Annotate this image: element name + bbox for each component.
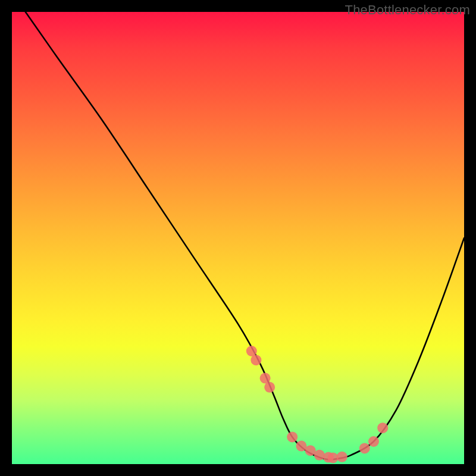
- marker-point: [368, 436, 379, 447]
- gradient-plot-area: [12, 12, 464, 464]
- chart-svg: [12, 12, 464, 464]
- watermark-text: TheBottlenecker.com: [345, 2, 470, 18]
- marker-point: [314, 450, 325, 461]
- marker-point: [264, 382, 275, 393]
- marker-point: [328, 452, 339, 463]
- chart-frame: TheBottlenecker.com: [0, 0, 476, 476]
- marker-point: [377, 422, 388, 433]
- marker-group: [246, 346, 388, 463]
- marker-point: [359, 443, 370, 453]
- marker-point: [337, 452, 347, 462]
- marker-point: [287, 431, 298, 442]
- bottleneck-curve: [26, 12, 464, 460]
- marker-point: [250, 355, 261, 365]
